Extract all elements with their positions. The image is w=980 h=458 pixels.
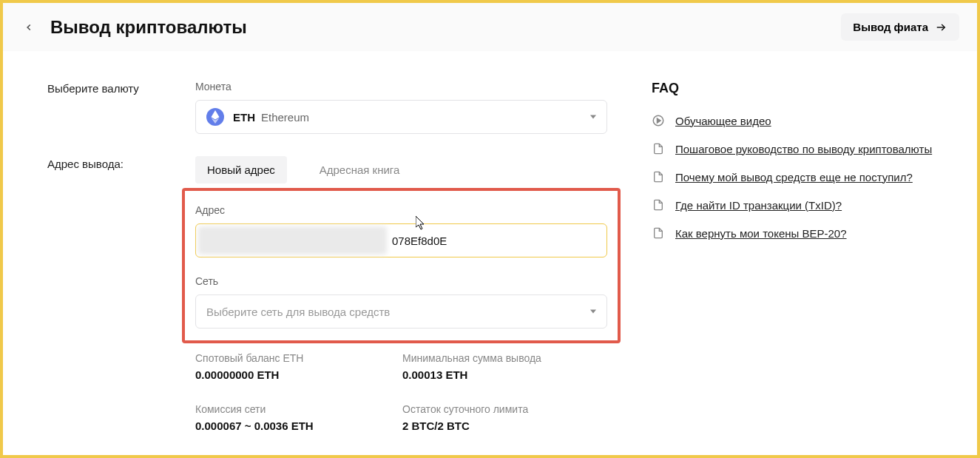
header-left: Вывод криптовалюты [21, 17, 247, 38]
tab-address-book[interactable]: Адресная книга [308, 156, 412, 183]
stat-min-value: 0.00013 ETH [402, 368, 580, 381]
faq-link[interactable]: Почему мой вывод средств еще не поступил… [675, 171, 913, 183]
network-placeholder: Выберите сеть для вывода средств [206, 306, 390, 318]
faq-item-video: Обучающее видео [652, 114, 933, 127]
currency-row: Выберите валюту Монета ETH Ethereum [47, 81, 607, 134]
tab-new-address[interactable]: Новый адрес [195, 156, 287, 183]
eth-icon [206, 108, 224, 126]
faq-title: FAQ [652, 81, 933, 96]
stat-min-label: Минимальная сумма вывода [402, 352, 580, 364]
coin-select[interactable]: ETH Ethereum [195, 100, 607, 134]
caret-down-icon [590, 310, 596, 314]
network-caption: Сеть [195, 275, 607, 287]
document-icon [652, 226, 665, 240]
fiat-withdraw-label: Вывод фиата [853, 21, 928, 33]
caret-down-icon [590, 115, 596, 119]
play-circle-icon [652, 114, 665, 127]
faq-item-txid: Где найти ID транзакции (TxID)? [652, 198, 933, 212]
document-icon [652, 198, 665, 212]
withdraw-section-label: Адрес вывода: [47, 156, 195, 432]
stat-limit-value: 2 BTC/2 BTC [402, 420, 580, 432]
svg-marker-2 [658, 118, 661, 123]
chevron-left-icon [24, 22, 34, 33]
faq-list: Обучающее видео Пошаговое руководство по… [652, 114, 933, 240]
document-icon [652, 170, 665, 183]
document-icon [652, 142, 665, 155]
address-blur-overlay [198, 226, 387, 255]
faq-link[interactable]: Обучающее видео [675, 115, 771, 127]
currency-section-label: Выберите валюту [47, 81, 195, 134]
faq-link[interactable]: Пошаговое руководство по выводу криптова… [675, 143, 932, 155]
withdraw-body: Новый адрес Адресная книга Адрес Сеть Вы… [195, 156, 607, 432]
faq-column: FAQ Обучающее видео Пошаговое руководств… [652, 81, 933, 440]
faq-link[interactable]: Как вернуть мои токены BEP-20? [675, 227, 847, 240]
stat-fee-value: 0.000067 ~ 0.0036 ETH [195, 420, 373, 432]
stat-spot: Спотовый баланс ETH 0.00000000 ETH [195, 352, 373, 381]
stat-limit: Остаток суточного лимита 2 BTC/2 BTC [402, 403, 580, 432]
address-caption: Адрес [195, 204, 607, 216]
highlight-box: Адрес Сеть Выберите сеть для вывода сред… [182, 188, 621, 343]
withdraw-row: Адрес вывода: Новый адрес Адресная книга… [47, 156, 607, 432]
coin-caption: Монета [195, 81, 607, 92]
address-tabs: Новый адрес Адресная книга [195, 156, 607, 183]
main-column: Выберите валюту Монета ETH Ethereum Адре… [47, 81, 607, 440]
coin-symbol: ETH [233, 111, 255, 124]
fiat-withdraw-button[interactable]: Вывод фиата [841, 13, 959, 41]
stats-grid: Спотовый баланс ETH 0.00000000 ETH Миним… [195, 352, 607, 432]
stat-min: Минимальная сумма вывода 0.00013 ETH [402, 352, 580, 381]
faq-item-guide: Пошаговое руководство по выводу криптова… [652, 142, 933, 155]
stat-limit-label: Остаток суточного лимита [402, 403, 580, 415]
arrow-right-icon [934, 22, 947, 33]
faq-link[interactable]: Где найти ID транзакции (TxID)? [675, 199, 842, 212]
content: Выберите валюту Монета ETH Ethereum Адре… [3, 51, 977, 454]
back-button[interactable] [21, 19, 37, 36]
coin-name: Ethereum [261, 111, 309, 124]
stat-spot-value: 0.00000000 ETH [195, 368, 373, 381]
address-wrap [195, 223, 607, 257]
stat-fee-label: Комиссия сети [195, 403, 373, 415]
stat-spot-label: Спотовый баланс ETH [195, 352, 373, 364]
currency-body: Монета ETH Ethereum [195, 81, 607, 134]
faq-item-bep20: Как вернуть мои токены BEP-20? [652, 226, 933, 240]
page-title: Вывод криптовалюты [50, 17, 247, 38]
faq-item-notarrived: Почему мой вывод средств еще не поступил… [652, 170, 933, 183]
ethereum-glyph [211, 110, 220, 124]
network-select[interactable]: Выберите сеть для вывода средств [195, 294, 607, 329]
stat-fee: Комиссия сети 0.000067 ~ 0.0036 ETH [195, 403, 373, 432]
page-header: Вывод криптовалюты Вывод фиата [3, 3, 977, 51]
